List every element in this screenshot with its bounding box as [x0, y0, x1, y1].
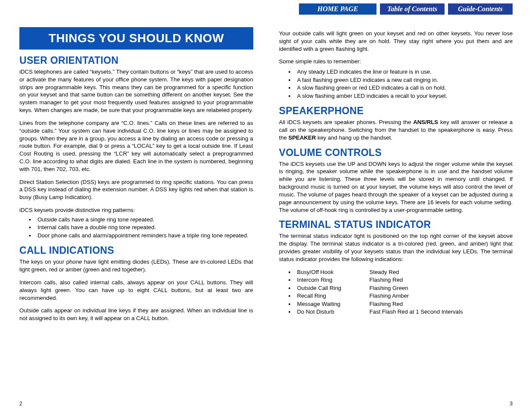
body-text: All iDCS keysets are speaker phones. Pre…	[279, 118, 513, 141]
body-text: The iDCS keysets use the UP and DOWN key…	[279, 160, 513, 214]
guide-contents-button[interactable]: Guide-Contents	[448, 3, 513, 15]
body-text: Your outside calls will light green on y…	[279, 30, 513, 53]
body-text: iDCS telephones are called “keysets.” Th…	[19, 68, 253, 114]
heading-volume-controls: VOLUME CONTROLS	[279, 147, 513, 159]
page-left: THINGS YOU SHOULD KNOW USER ORIENTATION …	[0, 3, 266, 411]
body-text: Intercom calls, also called internal cal…	[19, 279, 253, 302]
page-number: 2	[19, 401, 22, 407]
tsi-list: Busy/Off HookSteady Red Intercom RingFla…	[279, 268, 513, 316]
body-text: Some simple rules to remember:	[279, 58, 513, 65]
heading-call-indications: CALL INDICATIONS	[19, 245, 253, 256]
toc-button[interactable]: Table of Contents	[380, 3, 445, 15]
list-item: Intercom RingFlashing Red	[279, 276, 513, 284]
list-item: Busy/Off HookSteady Red	[279, 268, 513, 276]
list-item: Do Not DisturbFast Flash Red at 1 Second…	[279, 308, 513, 316]
page-right: HOME PAGE Table of Contents Guide-Conten…	[266, 3, 532, 411]
list-item: Outside calls have a single ring tone re…	[19, 216, 253, 224]
heading-speakerphone: SPEAKERPHONE	[279, 105, 513, 117]
list-item: Message WaitingFlashing Red	[279, 300, 513, 308]
list-item: A slow flashing amber LED indicates a re…	[279, 92, 513, 100]
body-text: The keys on your phone have light emitti…	[19, 258, 253, 274]
key-label: SPEAKER	[289, 134, 316, 141]
heading-user-orientation: USER ORIENTATION	[19, 55, 253, 66]
list-item: Door phone calls and alarm/appointment r…	[19, 232, 253, 240]
list-item: Any steady LED indicates the line or fea…	[279, 68, 513, 76]
body-text: The terminal status indicator light is p…	[279, 232, 513, 263]
list-item: A fast flashing green LED indicates a ne…	[279, 76, 513, 84]
body-text: Lines from the telephone company are “C.…	[19, 119, 253, 173]
home-page-button[interactable]: HOME PAGE	[299, 3, 376, 15]
key-label: ANS/RLS	[413, 119, 438, 125]
list-item: A slow flashing green or red LED indicat…	[279, 84, 513, 92]
ring-pattern-list: Outside calls have a single ring tone re…	[19, 216, 253, 240]
list-item: Recall RingFlashing Amber	[279, 292, 513, 300]
body-text: Direct Station Selection (DSS) keys are …	[19, 178, 253, 201]
body-text: iDCS keysets provide distinctive ring pa…	[19, 206, 253, 214]
body-text: Outside calls appear on individual line …	[19, 307, 253, 322]
heading-terminal-status-indicator: TERMINAL STATUS INDICATOR	[279, 219, 513, 230]
section-banner: THINGS YOU SHOULD KNOW	[19, 27, 253, 50]
led-rules-list: Any steady LED indicates the line or fea…	[279, 68, 513, 100]
list-item: Outside Call RingFlashing Green	[279, 284, 513, 292]
list-item: Internal calls have a double ring tone r…	[19, 224, 253, 231]
page-number: 3	[510, 401, 513, 407]
nav-bar: HOME PAGE Table of Contents Guide-Conten…	[279, 3, 513, 15]
